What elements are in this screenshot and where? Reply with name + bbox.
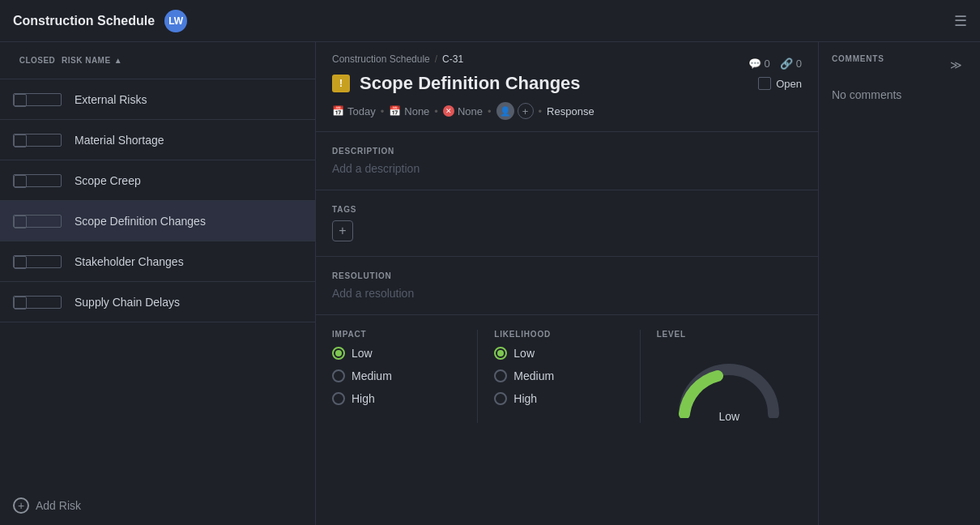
resolution-label: RESOLUTION: [332, 271, 802, 280]
add-risk-label: Add Risk: [36, 499, 81, 512]
detail-panel: Construction Schedule / C-31 💬 0 🔗 0: [316, 42, 818, 525]
radio-label: Low: [352, 347, 373, 360]
response-tag[interactable]: Response: [547, 105, 594, 117]
detail-title-row: ! Scope Definition Changes Open: [332, 73, 802, 94]
level-value: Low: [718, 410, 739, 423]
open-badge: Open: [758, 77, 802, 90]
meta-assignee: 👤 +: [496, 102, 534, 120]
open-checkbox[interactable]: [758, 77, 771, 90]
risk-name-label: Stakeholder Changes: [75, 255, 184, 268]
resolution-section: RESOLUTION Add a resolution: [316, 257, 818, 315]
tags-section: TAGS +: [316, 190, 818, 257]
radio-label: High: [513, 392, 537, 405]
impact-label: IMPACT: [332, 330, 477, 339]
risk-item[interactable]: Supply Chain Delays: [0, 282, 315, 322]
link-icon: 🔗: [780, 58, 793, 70]
radio-outer[interactable]: [332, 347, 345, 360]
date-value[interactable]: Today: [347, 105, 376, 117]
radio-outer[interactable]: [332, 392, 345, 405]
impact-col: IMPACT Low Medium High: [332, 330, 477, 423]
risk-item[interactable]: Scope Definition Changes: [0, 201, 315, 241]
meta-row: 📅 Today • 📅 None • ✕ None • 👤: [332, 102, 802, 120]
add-assignee-button[interactable]: +: [518, 103, 534, 119]
meta-dot-1: •: [381, 105, 385, 117]
description-label: DESCRIPTION: [332, 147, 802, 156]
risk-item[interactable]: Material Shortage: [0, 120, 315, 160]
detail-title: Scope Definition Changes: [360, 73, 748, 94]
impact-radio-group: Low Medium High: [332, 347, 477, 405]
level-label: LEVEL: [657, 330, 802, 339]
radio-label: Medium: [513, 369, 554, 382]
gauge-svg: [672, 353, 786, 418]
link-count: 🔗 0: [780, 58, 802, 70]
radio-outer[interactable]: [494, 369, 507, 382]
right-panel: Construction Schedule / C-31 💬 0 🔗 0: [316, 42, 980, 525]
app-header: Construction Schedule LW ☰: [0, 0, 980, 42]
breadcrumb-id: C-31: [442, 53, 463, 65]
radio-label: High: [352, 392, 375, 405]
date-icon: 📅: [332, 105, 344, 117]
comments-panel: COMMENTS ≫ No comments: [818, 42, 980, 525]
risk-name-label: Scope Definition Changes: [75, 215, 206, 228]
risk-checkbox[interactable]: [13, 174, 62, 187]
radio-inner: [497, 350, 504, 356]
add-risk-row[interactable]: + Add Risk: [0, 486, 315, 525]
radio-item[interactable]: Low: [332, 347, 477, 360]
comments-header-label: COMMENTS: [832, 54, 884, 63]
sort-arrow-icon[interactable]: ▲: [114, 56, 122, 65]
expand-comments-button[interactable]: ≫: [944, 53, 967, 76]
gauge-container: Low: [657, 345, 802, 423]
likelihood-radio-group: Low Medium High: [494, 347, 639, 405]
comments-panel-header: COMMENTS ≫: [832, 53, 967, 76]
cancel-value[interactable]: None: [458, 105, 483, 117]
risk-item[interactable]: Stakeholder Changes: [0, 241, 315, 282]
risk-list-panel: CLOSED RISK NAME ▲ External Risks Materi…: [0, 42, 316, 525]
risk-item[interactable]: External Risks: [0, 79, 315, 120]
risk-checkbox[interactable]: [13, 255, 62, 268]
radio-item[interactable]: Low: [494, 347, 639, 360]
breadcrumb-separator: /: [435, 53, 437, 65]
likelihood-col: LIKELIHOOD Low Medium High: [477, 330, 639, 423]
risk-checkbox[interactable]: [13, 93, 62, 106]
add-tag-button[interactable]: +: [332, 220, 353, 241]
risk-checkbox[interactable]: [13, 296, 62, 309]
meta-calendar: 📅 None: [389, 105, 429, 117]
level-col: LEVEL Low: [640, 330, 802, 423]
breadcrumb: Construction Schedule / C-31: [332, 53, 463, 65]
assignee-avatar-icon: 👤: [496, 102, 514, 120]
calendar-value[interactable]: None: [404, 105, 429, 117]
risk-checkbox[interactable]: [13, 215, 62, 228]
risk-name-label: Scope Creep: [75, 174, 141, 187]
cancel-icon: ✕: [443, 105, 454, 117]
radio-outer[interactable]: [494, 392, 507, 405]
breadcrumb-project[interactable]: Construction Schedule: [332, 53, 430, 65]
comment-icon: 💬: [748, 58, 761, 70]
menu-icon[interactable]: ☰: [954, 12, 967, 30]
risk-warning-icon: !: [332, 75, 350, 92]
no-comments-label: No comments: [832, 88, 901, 101]
radio-label: Low: [513, 347, 535, 360]
col-risk-name-header: RISK NAME ▲: [62, 56, 122, 65]
meta-dot-4: •: [539, 105, 543, 117]
app-title: Construction Schedule: [13, 14, 155, 28]
radio-item[interactable]: High: [332, 392, 477, 405]
risk-name-label: Material Shortage: [75, 134, 164, 147]
description-input[interactable]: Add a description: [332, 162, 802, 175]
risk-item[interactable]: Scope Creep: [0, 160, 315, 201]
radio-outer[interactable]: [332, 369, 345, 382]
radio-outer[interactable]: [494, 347, 507, 360]
meta-date: 📅 Today: [332, 105, 376, 117]
tags-row: +: [332, 220, 802, 241]
main-content: CLOSED RISK NAME ▲ External Risks Materi…: [0, 42, 980, 525]
radio-inner: [335, 350, 342, 356]
avatar[interactable]: LW: [164, 10, 187, 32]
radio-item[interactable]: Medium: [332, 369, 477, 382]
risk-checkbox[interactable]: [13, 134, 62, 147]
risk-list: External Risks Material Shortage Scope C…: [0, 79, 315, 486]
resolution-input[interactable]: Add a resolution: [332, 287, 802, 300]
radio-item[interactable]: High: [494, 392, 639, 405]
description-section: DESCRIPTION Add a description: [316, 132, 818, 190]
radio-item[interactable]: Medium: [494, 369, 639, 382]
header-icons: 💬 0 🔗 0: [748, 58, 802, 70]
col-closed-header: CLOSED: [13, 56, 62, 65]
